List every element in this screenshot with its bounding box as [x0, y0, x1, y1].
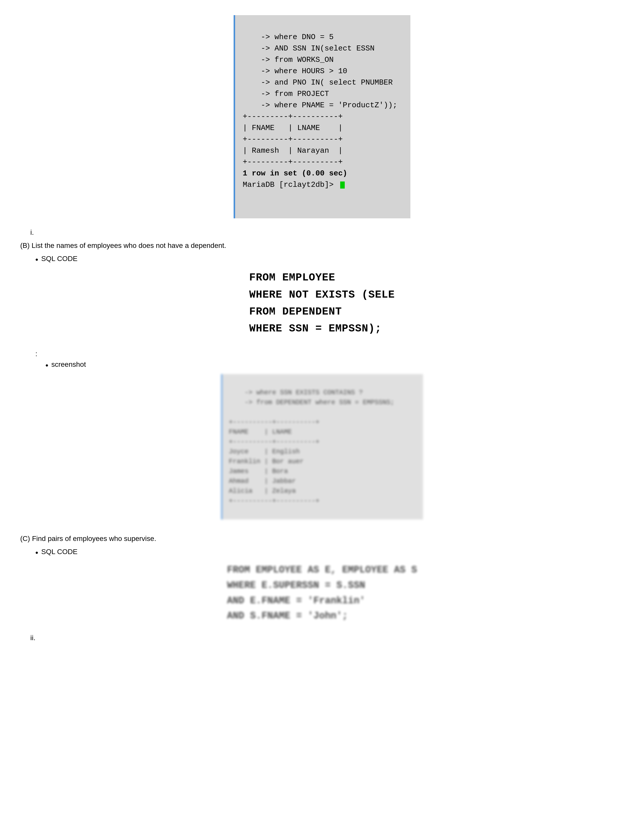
blurred-row-2: Franklin | Bor auer [229, 458, 304, 465]
sql-code-label: SQL CODE [41, 255, 77, 263]
terminal-line-3: -> from WORKS_ON [243, 56, 333, 64]
table-header: | FNAME | LNAME | [243, 124, 343, 132]
section-c-header: (C) Find pairs of employees who supervis… [20, 535, 624, 543]
colon-label: : [20, 350, 624, 358]
sql-line-3: FROM DEPENDENT [249, 304, 395, 320]
terminal-line-2: -> AND SSN IN(select ESSN [243, 44, 375, 53]
blurred-line-1: -> where SSN EXISTS CONTAINS ? [229, 389, 363, 396]
cursor-icon [340, 182, 345, 188]
c-sql-line-1: FROM EMPLOYEE AS E, EMPLOYEE AS S [227, 563, 417, 578]
sql-line-1: FROM EMPLOYEE [249, 269, 395, 286]
sql-code-block: FROM EMPLOYEE WHERE NOT EXISTS (SELE FRO… [20, 269, 624, 337]
sql-line-4: WHERE SSN = EMPSSN); [249, 320, 395, 337]
blurred-sql-code: FROM EMPLOYEE AS E, EMPLOYEE AS S WHERE … [20, 563, 624, 624]
section-b-header: (B) List the names of employees who does… [20, 241, 624, 250]
terminal-line-5: -> and PNO IN( select PNUMBER [243, 78, 393, 87]
terminal-prompt: MariaDB [rclayt2db]> [243, 179, 403, 191]
blurred-terminal-wrapper: -> where SSN EXISTS CONTAINS ? -> from D… [20, 374, 624, 519]
c-sql-line-3: AND E.FNAME = 'Franklin' [227, 593, 417, 609]
table-border-bot: +---------+----------+ [243, 158, 343, 166]
blurred-sql-text: FROM EMPLOYEE AS E, EMPLOYEE AS S WHERE … [227, 563, 417, 624]
c-sql-line-4: AND S.FNAME = 'John'; [227, 608, 417, 624]
table-border-top: +---------+----------+ [243, 113, 343, 121]
screenshot-label: screenshot [51, 360, 86, 368]
sql-line-2: WHERE NOT EXISTS (SELE [249, 286, 395, 304]
item-i-label: i. [20, 228, 624, 236]
prompt-text: MariaDB [rclayt2db]> [243, 179, 338, 191]
terminal-line-4: -> where HOURS > 10 [243, 67, 347, 76]
blurred-content: -> where SSN EXISTS CONTAINS ? -> from D… [20, 374, 624, 519]
c-sql-line-2: WHERE E.SUPERSSN = S.SSN [227, 578, 417, 593]
section-b: (B) List the names of employees who does… [20, 241, 624, 337]
terminal-wrapper: -> where DNO = 5 -> AND SSN IN(select ES… [20, 15, 624, 218]
bullet-dot: • [35, 255, 38, 264]
section-c: (C) Find pairs of employees who supervis… [20, 535, 624, 642]
blurred-table-header: FNAME | LNAME [229, 428, 292, 436]
blurred-section: : • screenshot -> where SSN EXISTS CONTA… [20, 350, 624, 519]
sql-code-bullet: • SQL CODE [35, 255, 624, 264]
table-data-row: | Ramesh | Narayan | [243, 146, 343, 155]
item-ii-label: ii. [20, 634, 624, 642]
blurred-row-1: Joyce | English [229, 448, 300, 455]
table-border-mid: +---------+----------+ [243, 135, 343, 144]
page-container: -> where DNO = 5 -> AND SSN IN(select ES… [20, 15, 624, 642]
terminal-line-1: -> where DNO = 5 [243, 33, 333, 42]
blurred-line-2: -> from DEPENDENT where SSN = EMPSSNS; [229, 399, 394, 406]
blurred-row-3: James | Bora [229, 468, 288, 475]
blurred-row-5: Alicia | Zelaya [229, 487, 296, 495]
sub-bullet-screenshot: • screenshot [45, 360, 624, 370]
bullet-dot-3: • [35, 548, 38, 557]
section-c-bullet: • SQL CODE [35, 548, 624, 557]
blurred-row-4: Ahmad | Jabbar [229, 477, 296, 485]
terminal-line-7: -> where PNAME = 'ProductZ')); [243, 101, 397, 109]
terminal-block: -> where DNO = 5 -> AND SSN IN(select ES… [233, 15, 411, 218]
sql-code-text: FROM EMPLOYEE WHERE NOT EXISTS (SELE FRO… [249, 269, 395, 337]
result-line: 1 row in set (0.00 sec) [243, 169, 347, 178]
blurred-terminal: -> where SSN EXISTS CONTAINS ? -> from D… [221, 374, 423, 519]
section-c-sql-label: SQL CODE [41, 548, 77, 556]
terminal-line-6: -> from PROJECT [243, 90, 329, 98]
bullet-dot-2: • [45, 360, 48, 370]
